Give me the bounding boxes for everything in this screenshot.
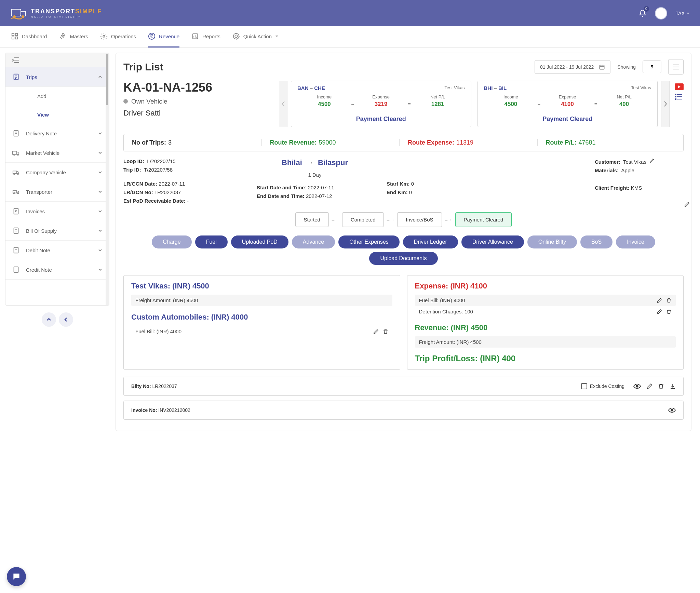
edit-button[interactable] [646,383,652,389]
pill-advance[interactable]: Advance [292,235,335,248]
content: Trip List 01 Jul 2022 - 19 Jul 2022 Show… [113,48,700,441]
sidebar: Trips Add View Delivery Note Market Vehi… [5,53,109,306]
duration: 1 Day [257,172,373,178]
pill-driver-allowance[interactable]: Driver Allowance [461,235,524,248]
pencil-icon [684,202,690,207]
chevron-down-icon [686,12,690,15]
edit-button[interactable] [373,329,379,334]
pager-up[interactable] [42,312,56,327]
sidebar-item-debit-note[interactable]: Debit Note [5,241,109,260]
chevron-up-icon [98,75,102,79]
pager-left[interactable] [59,312,73,327]
chevron-down-icon [98,248,102,252]
list-view-button[interactable] [675,94,684,100]
scrollbar[interactable] [106,53,109,305]
pill-other-expenses[interactable]: Other Expenses [338,235,400,248]
pill-uploaded-pod[interactable]: Uploaded PoD [231,235,288,248]
bilty-row: Bilty No: LR2022037 Exclude Costing [123,377,684,396]
sidebar-item-market-vehicle[interactable]: Market Vehicle [5,143,109,163]
pencil-icon [657,309,662,314]
delete-button[interactable] [383,329,388,334]
pills: Charge Fuel Uploaded PoD Advance Other E… [123,235,684,265]
sidebar-item-delivery-note[interactable]: Delivery Note [5,124,109,143]
nav-quick-action[interactable]: Quick Action [232,26,279,48]
youtube-button[interactable] [675,83,684,90]
edit-customer-button[interactable] [649,158,655,164]
sidebar-item-invoices[interactable]: Invoices [5,202,109,221]
chevron-down-icon [98,151,102,155]
edit-trip-button[interactable] [684,202,690,207]
sidebar-collapse[interactable] [5,53,109,67]
pencil-icon [373,329,379,334]
edit-button[interactable] [657,298,662,303]
svg-rect-1 [21,11,26,16]
chevron-down-icon [98,229,102,233]
arrow-icon: ‒→ [387,217,394,223]
customer-box-title: Test Vikas: (INR) 4500 [131,282,392,291]
sidebar-item-company-vehicle[interactable]: Company Vehicle [5,163,109,182]
trash-icon [658,383,664,389]
flow-completed: Completed [342,212,384,227]
view-button[interactable] [668,406,676,414]
sidebar-item-credit-note[interactable]: Credit Note [5,260,109,280]
sidebar-item-trips[interactable]: Trips [5,67,109,87]
eye-icon [668,406,676,414]
svg-rect-29 [600,65,605,69]
rupee-icon [148,32,156,40]
end-km: End Km: 0 [387,189,462,195]
view-button[interactable] [633,382,641,390]
start-dt: Start Date and Time: 2022-07-11 [257,185,373,190]
line-fuel: Fuel Bill: (INR) 4000 [131,326,392,337]
notifications-button[interactable]: 0 [639,10,646,17]
sidebar-item-transporter[interactable]: Transporter [5,182,109,202]
chart-icon [191,32,199,40]
delete-button[interactable] [666,309,672,314]
download-button[interactable] [670,383,676,389]
delete-button[interactable] [666,298,672,303]
pill-online-bilty[interactable]: Online Bilty [527,235,577,248]
avatar[interactable] [655,7,667,19]
user-menu[interactable]: TAX [676,11,690,16]
end-dt: End Date and Time: 2022-07-12 [257,193,373,199]
pill-fuel[interactable]: Fuel [195,235,228,248]
date-range-picker[interactable]: 01 Jul 2022 - 19 Jul 2022 [535,60,610,74]
grid-icon [11,32,18,40]
trip-id: Trip ID: T/202207/58 [123,167,243,173]
trip-card[interactable]: BAN – CHE Test Vikas Income4500 – Expens… [291,81,471,127]
showing-input[interactable] [643,60,661,73]
delete-button[interactable] [658,383,664,389]
driver-name: Driver Satti [123,109,274,118]
svg-rect-34 [675,98,676,100]
nav-reports[interactable]: Reports [191,26,220,48]
svg-point-9 [103,35,105,37]
list-menu-button[interactable] [668,59,684,75]
exclude-costing-checkbox[interactable]: Exclude Costing [581,383,624,389]
svg-point-3 [22,15,24,18]
carousel-next[interactable] [661,81,670,127]
revenue-title: Revenue: (INR) 4500 [415,323,676,332]
trip-card[interactable]: BHI – BIL Test Vikas Income4500 – Expens… [477,81,658,127]
topbar: TRANSPORTSIMPLE ROAD TO SIMPLICITY 0 TAX [0,0,700,26]
sidebar-sub-add[interactable]: Add [21,87,109,105]
sidebar-item-bill-of-supply[interactable]: Bill Of Supply [5,221,109,241]
notification-badge: 0 [644,6,649,12]
nav-revenue[interactable]: Revenue [148,26,179,48]
target-icon [232,32,240,40]
edit-button[interactable] [657,309,662,314]
svg-point-23 [14,193,15,194]
sidebar-sub-view[interactable]: View [21,105,109,124]
pill-invoice[interactable]: Invoice [616,235,655,248]
invoice-row: Invoice No: INV202212002 [123,401,684,420]
sidebar-sub-trips: Add View [5,87,109,124]
pill-bos[interactable]: BoS [580,235,612,248]
svg-rect-6 [12,37,14,39]
svg-rect-33 [677,96,682,97]
nav-masters[interactable]: Masters [59,26,88,48]
nav-dashboard[interactable]: Dashboard [11,26,47,48]
pill-driver-ledger[interactable]: Driver Ledger [403,235,458,248]
nav-operations[interactable]: Operations [100,26,136,48]
note-icon [12,130,20,137]
carousel-prev[interactable] [279,81,287,127]
pill-upload-documents[interactable]: Upload Documents [369,252,438,265]
pill-charge[interactable]: Charge [152,235,191,248]
